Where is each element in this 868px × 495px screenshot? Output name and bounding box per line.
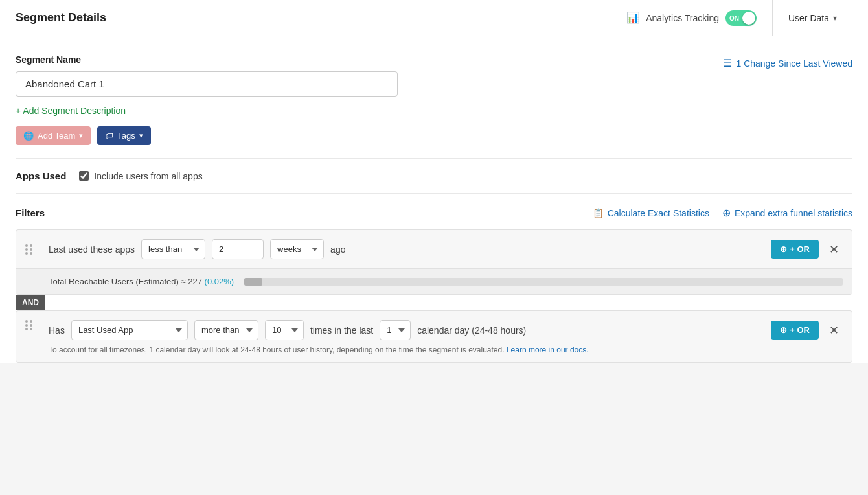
learn-more-link[interactable]: Learn more in our docs.	[507, 345, 589, 354]
add-description-link[interactable]: + Add Segment Description	[16, 106, 126, 116]
filter-1-close-button[interactable]: ✕	[825, 241, 843, 258]
tags-label: Tags	[117, 131, 135, 141]
filter-1-condition-select[interactable]: less than more than exactly	[141, 239, 205, 259]
analytics-label: Analytics Tracking	[646, 13, 719, 23]
filters-actions: 📋 Calculate Exact Statistics ⊕ Expand ex…	[593, 207, 852, 219]
filters-label: Filters	[16, 207, 45, 218]
calc-stats-link[interactable]: 📋 Calculate Exact Statistics	[593, 208, 709, 218]
and-divider: AND	[16, 295, 852, 310]
segment-name-row: Segment Name ☰ 1 Change Since Last Viewe…	[16, 54, 852, 97]
changes-link[interactable]: ☰ 1 Change Since Last Viewed	[723, 57, 852, 69]
filter-2-app-select[interactable]: Last Used App	[71, 320, 188, 340]
add-team-chevron-icon: ▾	[79, 132, 83, 140]
filters-section: Filters 📋 Calculate Exact Statistics ⊕ E…	[16, 194, 852, 363]
stats-text: Total Reachable Users (Estimated) ≈ 227 …	[49, 277, 234, 286]
filter-2-condition-select[interactable]: more than less than	[194, 320, 258, 340]
apps-used-checkbox-text: Include users from all apps	[94, 171, 202, 181]
add-team-label: Add Team	[38, 131, 75, 141]
filters-header: Filters 📋 Calculate Exact Statistics ⊕ E…	[16, 207, 852, 219]
segment-name-input[interactable]	[16, 71, 398, 97]
user-data-label: User Data	[788, 13, 829, 23]
changes-icon: ☰	[723, 57, 732, 69]
filter-row-1-wrap: Last used these apps less than more than…	[16, 229, 852, 295]
filter-2-time-select[interactable]: 1	[380, 320, 411, 340]
or-label: + OR	[790, 244, 810, 254]
apps-used-label: Apps Used	[16, 170, 66, 181]
filter-1-unit-select[interactable]: weeks days months	[270, 239, 324, 259]
tags-button[interactable]: 🏷 Tags ▾	[97, 126, 150, 145]
filter-1-suffix: ago	[330, 244, 345, 255]
filter-1-value-input[interactable]	[212, 239, 264, 259]
chevron-down-icon: ▾	[833, 14, 837, 23]
apps-used-section: Apps Used Include users from all apps	[16, 159, 852, 194]
header: Segment Details 📊 Analytics Tracking ON …	[0, 0, 868, 36]
or-plus-icon-2: ⊕	[780, 325, 787, 335]
stats-bar-row: Total Reachable Users (Estimated) ≈ 227 …	[16, 268, 852, 294]
filter-2-prefix: Has	[49, 325, 65, 336]
segment-name-block: Segment Name	[16, 54, 398, 97]
expand-funnel-text: Expand extra funnel statistics	[735, 208, 852, 218]
page-title: Segment Details	[16, 11, 106, 25]
analytics-toggle[interactable]: ON	[725, 10, 757, 26]
filter-row-2: Has Last Used App more than less than 10…	[16, 311, 852, 345]
filter-1-prefix: Last used these apps	[49, 244, 135, 255]
progress-bar-fill	[244, 278, 262, 286]
filter-2-suffix: calendar day (24-48 hours)	[417, 325, 526, 336]
plus-circle-icon: ⊕	[722, 207, 731, 219]
toggle-on-text: ON	[729, 14, 739, 21]
analytics-section: 📊 Analytics Tracking ON	[611, 0, 773, 36]
drag-handle-1[interactable]	[25, 244, 32, 255]
main-content: Segment Name ☰ 1 Change Since Last Viewe…	[0, 36, 868, 363]
calc-stats-icon: 📋	[593, 208, 604, 218]
progress-bar-wrap	[244, 278, 843, 286]
filter-2-mid-text: times in the last	[310, 325, 373, 336]
calc-stats-text: Calculate Exact Statistics	[608, 208, 709, 218]
tags-chevron-icon: ▾	[139, 132, 143, 140]
filter-2-subtext-row: To account for all timezones, 1 calendar…	[16, 345, 852, 362]
filter-2-subtext: To account for all timezones, 1 calendar…	[49, 345, 505, 354]
stats-percent: (0.02%)	[205, 277, 234, 286]
filter-2-close-button[interactable]: ✕	[825, 322, 843, 339]
expand-funnel-link[interactable]: ⊕ Expand extra funnel statistics	[722, 207, 852, 219]
and-badge: AND	[16, 295, 45, 310]
add-team-button[interactable]: 🌐 Add Team ▾	[16, 126, 91, 145]
segment-name-label: Segment Name	[16, 54, 398, 65]
buttons-row: 🌐 Add Team ▾ 🏷 Tags ▾	[16, 126, 852, 159]
toggle-circle	[742, 12, 755, 25]
analytics-icon: 📊	[626, 12, 639, 24]
apps-used-checkbox-label[interactable]: Include users from all apps	[79, 171, 202, 181]
filter-2-value-select[interactable]: 10	[265, 320, 304, 340]
apps-used-checkbox[interactable]	[79, 171, 89, 181]
filter-row-2-wrap: Has Last Used App more than less than 10…	[16, 310, 852, 363]
add-description-text: + Add Segment Description	[16, 106, 126, 116]
tag-icon: 🏷	[105, 131, 113, 141]
filter-row-1: Last used these apps less than more than…	[16, 230, 852, 268]
or-plus-icon: ⊕	[780, 244, 787, 254]
filter-2-or-button[interactable]: ⊕ + OR	[771, 321, 819, 340]
globe-icon: 🌐	[23, 131, 34, 141]
header-right: 📊 Analytics Tracking ON User Data ▾	[611, 0, 852, 36]
user-data-section[interactable]: User Data ▾	[773, 0, 852, 36]
filter-1-or-button[interactable]: ⊕ + OR	[771, 240, 819, 259]
drag-handle-2[interactable]	[25, 320, 32, 330]
changes-text: 1 Change Since Last Viewed	[736, 58, 852, 69]
stats-users-text: Total Reachable Users (Estimated) ≈ 227	[49, 277, 202, 286]
or-label-2: + OR	[790, 325, 810, 335]
